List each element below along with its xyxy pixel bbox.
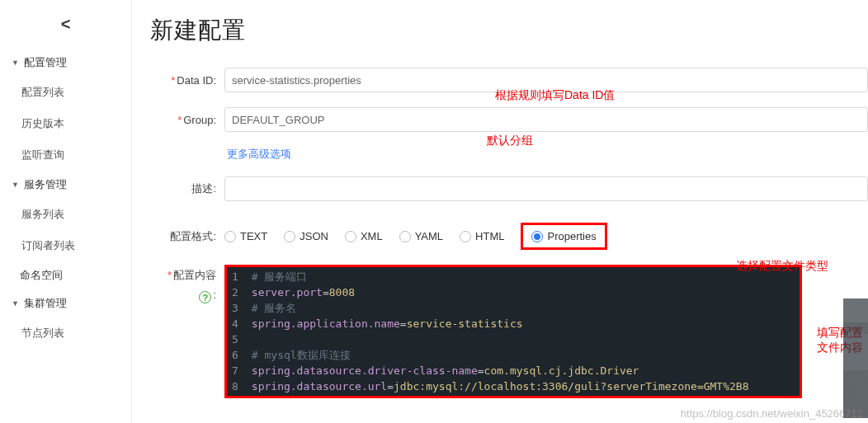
radio-yaml[interactable]: YAML [399,230,443,242]
page-title: 新建配置 [150,15,868,46]
label-desc: 描述: [150,181,216,196]
caret-down-icon: ▼ [12,59,19,67]
label-group: *Group: [150,114,216,126]
nav-group[interactable]: ▼服务管理 [0,171,131,199]
caret-down-icon: ▼ [12,181,19,189]
input-data-id[interactable] [224,68,868,92]
nav-group[interactable]: ▼集群管理 [0,289,131,317]
radio-circle-icon [284,231,295,242]
input-group[interactable] [224,107,868,132]
nav-item[interactable]: 历史版本 [0,108,131,139]
code-editor[interactable]: 12345678 # 服务端口server.port=8008# 服务名spri… [227,267,800,396]
sidebar: < ▼配置管理配置列表历史版本监听查询▼服务管理服务列表订阅者列表命名空间▼集群… [0,0,132,423]
format-radio-group: TEXTJSONXMLYAMLHTMLProperties [224,223,607,250]
editor-highlight-box: 12345678 # 服务端口server.port=8008# 服务名spri… [224,265,802,398]
link-more-options[interactable]: 更多高级选项 [227,147,291,162]
nav-group[interactable]: ▼配置管理 [0,49,131,77]
nav-item[interactable]: 命名空间 [0,261,131,289]
radio-circle-icon [399,231,411,242]
radio-text[interactable]: TEXT [224,230,267,242]
nav-item[interactable]: 服务列表 [0,199,131,230]
radio-properties[interactable]: Properties [521,223,606,250]
help-icon[interactable]: ? [199,291,211,303]
label-format: 配置格式: [150,229,216,244]
radio-circle-icon [224,231,236,242]
nav-item[interactable]: 订阅者列表 [0,230,131,261]
nav-item[interactable]: 配置列表 [0,77,131,108]
radio-circle-icon [345,231,356,242]
radio-circle-icon [531,231,543,242]
radio-html[interactable]: HTML [460,230,504,242]
editor-minimap[interactable] [843,298,868,418]
main-content: 新建配置 *Data ID: *Group: 更多高级选项 描述: 配置格式: … [132,0,868,423]
radio-xml[interactable]: XML [345,230,383,242]
back-icon[interactable]: < [0,8,131,49]
label-data-id: *Data ID: [150,74,216,87]
radio-json[interactable]: JSON [284,230,328,242]
radio-circle-icon [460,231,471,242]
nav-item[interactable]: 监听查询 [0,139,131,171]
caret-down-icon: ▼ [12,299,19,308]
input-desc[interactable] [224,176,868,201]
nav-item[interactable]: 节点列表 [0,317,131,349]
label-content: *配置内容 [150,268,216,283]
